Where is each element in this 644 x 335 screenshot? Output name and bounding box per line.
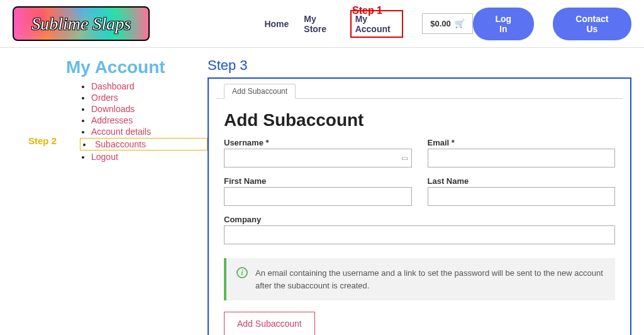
sidebar-item-dashboard[interactable]: Dashboard — [91, 81, 135, 91]
info-message: i An email containing the username and a… — [224, 258, 615, 300]
nav-my-store[interactable]: My Store — [303, 11, 337, 37]
nav-home[interactable]: Home — [263, 16, 290, 31]
username-input[interactable] — [224, 149, 412, 168]
email-input[interactable] — [428, 149, 616, 168]
sidebar-item-downloads[interactable]: Downloads — [91, 104, 135, 114]
site-header: Sublime Slaps Home My Store My Account $… — [0, 0, 644, 48]
logo-text: Sublime Slaps — [31, 14, 131, 34]
tab-strip: Add Subaccount — [216, 79, 623, 99]
add-subaccount-panel: Add Subaccount Add Subaccount Username *… — [208, 77, 631, 335]
cart-icon: 🛒 — [455, 19, 465, 28]
info-icon: i — [236, 267, 248, 278]
username-label: Username * — [224, 138, 412, 147]
last-name-label: Last Name — [428, 176, 616, 186]
first-name-label: First Name — [224, 176, 412, 186]
sidebar-item-orders[interactable]: Orders — [91, 93, 118, 103]
info-text: An email containing the username and a l… — [255, 267, 605, 292]
sidebar-item-logout[interactable]: Logout — [91, 152, 118, 162]
contact-us-button[interactable]: Contact Us — [553, 8, 631, 40]
step2-annotation: Step 2 — [28, 135, 57, 146]
site-logo[interactable]: Sublime Slaps — [13, 6, 150, 41]
sidebar-item-addresses[interactable]: Addresses — [91, 115, 133, 125]
email-label: Email * — [428, 138, 616, 147]
login-button[interactable]: Log In — [473, 8, 534, 40]
tab-add-subaccount[interactable]: Add Subaccount — [224, 84, 296, 99]
step3-annotation: Step 3 — [208, 57, 631, 74]
nav-my-account[interactable]: My Account — [350, 10, 404, 38]
sidebar-item-subaccounts[interactable]: Subaccounts — [95, 139, 146, 149]
last-name-input[interactable] — [428, 187, 616, 206]
contact-card-icon: ▭ — [401, 154, 408, 162]
first-name-input[interactable] — [224, 187, 412, 206]
add-subaccount-button[interactable]: Add Subaccount — [224, 312, 315, 335]
cart-button[interactable]: $0.00 🛒 — [422, 13, 473, 34]
sidebar-title: My Account — [66, 57, 208, 77]
company-input[interactable] — [224, 225, 615, 244]
panel-heading: Add Subaccount — [224, 110, 615, 130]
account-sidebar: Step 2 My Account Dashboard Orders Downl… — [13, 57, 208, 335]
main-nav: Home My Store My Account $0.00 🛒 — [263, 10, 472, 38]
company-label: Company — [224, 215, 615, 224]
cart-total: $0.00 — [430, 19, 451, 28]
sidebar-item-account-details[interactable]: Account details — [91, 127, 151, 137]
